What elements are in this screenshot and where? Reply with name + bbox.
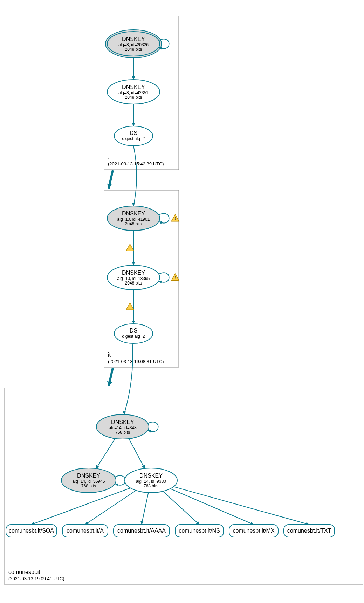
svg-marker-17 (140, 521, 144, 525)
node-root_zsk: DNSKEYalg=8, id=423512048 bits (107, 80, 160, 104)
svg-text:!: ! (174, 275, 176, 280)
svg-text:!: ! (174, 216, 176, 221)
zone-label: . (108, 154, 109, 160)
node-line2: alg=10, id=41901 (117, 217, 150, 222)
node-line2: digest alg=2 (122, 334, 145, 339)
node-it_ksk: !DNSKEYalg=10, id=419012048 bits (107, 206, 179, 231)
node-title: DNSKEY (139, 473, 163, 479)
node-root_ksk: DNSKEYalg=8, id=203262048 bits (105, 30, 169, 58)
node-it_ds: DSdigest alg=2 (114, 324, 153, 343)
node-cb_key2: DNSKEYalg=14, id=56946768 bits (61, 468, 125, 493)
node-cb_zsk: DNSKEYalg=14, id=9380768 bits (125, 468, 177, 493)
svg-point-36 (114, 324, 153, 343)
rrset-rr_ns: comunesbt.it/NS (175, 525, 224, 537)
node-line3: 2048 bits (125, 221, 142, 226)
node-line3: 768 bits (81, 484, 96, 488)
node-line3: 2048 bits (125, 95, 142, 100)
node-line3: 768 bits (115, 430, 130, 435)
node-line3: 2048 bits (125, 47, 142, 52)
svg-marker-5 (132, 203, 135, 206)
rrset-label: comunesbt.it/MX (233, 528, 274, 534)
node-title: DNSKEY (77, 473, 100, 479)
rrset-label: comunesbt.it/SOA (9, 528, 54, 534)
node-line2: alg=14, id=9380 (136, 479, 166, 484)
svg-marker-3 (132, 76, 135, 80)
rrset-label: comunesbt.it/A (67, 528, 104, 534)
rrset-rr_a: comunesbt.it/A (62, 525, 108, 537)
node-title: DNSKEY (122, 270, 145, 276)
warning-icon: ! (126, 244, 134, 251)
node-line2: alg=14, id=56946 (73, 479, 105, 484)
rrset-rr_txt: comunesbt.it/TXT (284, 525, 335, 537)
node-line2: alg=8, id=20326 (118, 42, 149, 47)
node-line3: 768 bits (144, 484, 158, 488)
node-line2: alg=10, id=18395 (117, 276, 150, 281)
node-cb_ksk: DNSKEYalg=14, id=348768 bits (96, 414, 158, 439)
svg-marker-6 (132, 262, 135, 265)
rrset-label: comunesbt.it/NS (179, 528, 220, 534)
zone-timestamp: (2021-03-13 19:08:31 UTC) (108, 359, 164, 364)
warning-icon: ! (171, 274, 179, 281)
node-title: DNSKEY (122, 211, 145, 217)
node-it_zsk: !DNSKEYalg=10, id=183952048 bits (107, 265, 179, 290)
svg-rect-2 (4, 388, 363, 584)
node-title: DS (130, 328, 137, 334)
node-title: DNSKEY (122, 84, 145, 90)
node-root_ds: DSdigest alg=2 (114, 126, 153, 146)
warning-icon: ! (126, 303, 134, 310)
rrset-rr_soa: comunesbt.it/SOA (6, 525, 57, 537)
node-title: DNSKEY (122, 36, 145, 42)
zone-comunesbt: comunesbt.it(2021-03-13 19:09:41 UTC) (4, 388, 363, 584)
warning-icon: ! (171, 214, 179, 221)
svg-point-27 (114, 126, 153, 146)
zone-label: it (108, 352, 111, 358)
zone-timestamp: (2021-03-13 19:09:41 UTC) (8, 576, 64, 581)
rrset-label: comunesbt.it/AAAA (117, 528, 166, 534)
edges: !! (32, 56, 309, 525)
node-line2: alg=8, id=42351 (118, 90, 149, 95)
node-title: DNSKEY (111, 419, 134, 425)
rrset-rr_mx: comunesbt.it/MX (229, 525, 278, 537)
node-title: DS (130, 130, 137, 136)
svg-marker-4 (132, 123, 135, 126)
svg-text:!: ! (129, 304, 131, 310)
node-line3: 2048 bits (125, 281, 142, 286)
dnssec-graph: .(2021-03-13 15:42:39 UTC)it(2021-03-13 … (0, 0, 364, 603)
svg-marker-9 (132, 321, 135, 324)
node-line2: alg=14, id=348 (109, 425, 137, 430)
svg-marker-16 (85, 521, 89, 525)
rrset-rr_aaaa: comunesbt.it/AAAA (114, 525, 170, 537)
rrset-label: comunesbt.it/TXT (287, 528, 331, 534)
zone-label: comunesbt.it (8, 569, 40, 575)
node-line2: digest alg=2 (122, 136, 145, 141)
svg-text:!: ! (129, 246, 131, 251)
